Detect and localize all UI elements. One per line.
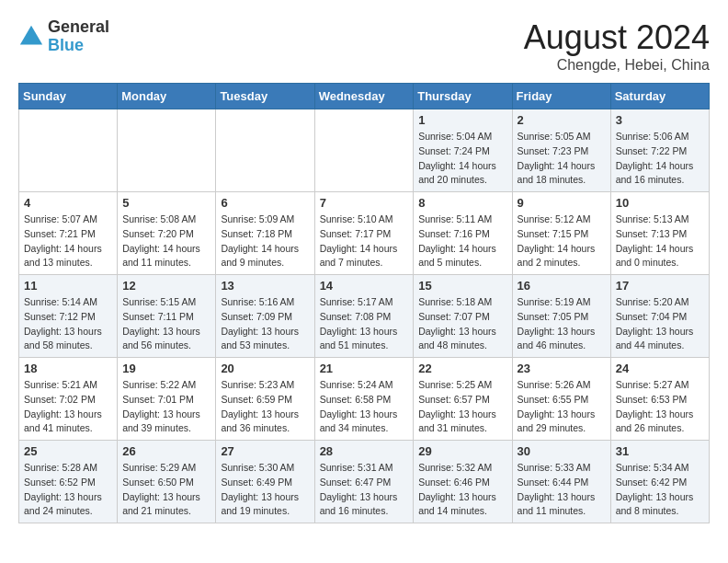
logo-icon [18, 24, 44, 50]
calendar-day-cell: 3Sunrise: 5:06 AMSunset: 7:22 PMDaylight… [610, 109, 709, 192]
calendar-day-cell [216, 109, 314, 192]
calendar-day-cell: 15Sunrise: 5:18 AMSunset: 7:07 PMDayligh… [414, 275, 512, 358]
calendar-day-cell: 10Sunrise: 5:13 AMSunset: 7:13 PMDayligh… [610, 192, 709, 275]
calendar-day-cell: 24Sunrise: 5:27 AMSunset: 6:53 PMDayligh… [610, 358, 709, 441]
day-number: 2 [518, 113, 606, 127]
day-info: Sunrise: 5:15 AMSunset: 7:11 PMDaylight:… [122, 295, 210, 353]
day-number: 24 [616, 362, 704, 375]
calendar-day-cell: 30Sunrise: 5:33 AMSunset: 6:44 PMDayligh… [512, 441, 610, 523]
logo-text: GeneralBlue [48, 18, 109, 55]
day-number: 12 [122, 279, 210, 293]
calendar-day-cell [118, 109, 216, 192]
calendar-day-cell [314, 109, 414, 192]
calendar-week-row: 4Sunrise: 5:07 AMSunset: 7:21 PMDaylight… [19, 192, 710, 275]
day-info: Sunrise: 5:10 AMSunset: 7:17 PMDaylight:… [320, 213, 409, 270]
calendar-day-cell: 27Sunrise: 5:30 AMSunset: 6:49 PMDayligh… [216, 441, 314, 523]
calendar-day-cell: 17Sunrise: 5:20 AMSunset: 7:04 PMDayligh… [610, 275, 709, 358]
calendar-day-cell: 9Sunrise: 5:12 AMSunset: 7:15 PMDaylight… [512, 192, 610, 275]
day-info: Sunrise: 5:04 AMSunset: 7:24 PMDaylight:… [418, 130, 506, 188]
day-info: Sunrise: 5:19 AMSunset: 7:05 PMDaylight:… [518, 295, 606, 353]
calendar-day-cell: 20Sunrise: 5:23 AMSunset: 6:59 PMDayligh… [216, 358, 314, 441]
day-info: Sunrise: 5:18 AMSunset: 7:07 PMDaylight:… [418, 295, 506, 353]
calendar-day-cell: 12Sunrise: 5:15 AMSunset: 7:11 PMDayligh… [118, 275, 216, 358]
day-number: 16 [518, 279, 606, 293]
day-number: 17 [616, 279, 704, 293]
calendar-day-cell: 18Sunrise: 5:21 AMSunset: 7:02 PMDayligh… [19, 358, 118, 441]
day-number: 14 [320, 279, 409, 293]
calendar-day-cell: 11Sunrise: 5:14 AMSunset: 7:12 PMDayligh… [19, 275, 118, 358]
day-info: Sunrise: 5:30 AMSunset: 6:49 PMDaylight:… [221, 461, 309, 519]
calendar-day-cell: 5Sunrise: 5:08 AMSunset: 7:20 PMDaylight… [118, 192, 216, 275]
day-info: Sunrise: 5:29 AMSunset: 6:50 PMDaylight:… [122, 461, 210, 519]
day-number: 23 [518, 362, 606, 375]
calendar-day-cell: 14Sunrise: 5:17 AMSunset: 7:08 PMDayligh… [314, 275, 414, 358]
day-info: Sunrise: 5:05 AMSunset: 7:23 PMDaylight:… [518, 130, 606, 188]
day-number: 5 [122, 196, 210, 210]
day-number: 15 [418, 279, 506, 293]
day-number: 13 [221, 279, 309, 293]
weekday-header-monday: Monday [118, 84, 216, 109]
day-number: 7 [320, 196, 409, 210]
calendar-day-cell: 26Sunrise: 5:29 AMSunset: 6:50 PMDayligh… [118, 441, 216, 523]
calendar-week-row: 25Sunrise: 5:28 AMSunset: 6:52 PMDayligh… [19, 441, 710, 523]
day-info: Sunrise: 5:32 AMSunset: 6:46 PMDaylight:… [418, 461, 506, 519]
calendar-day-cell: 25Sunrise: 5:28 AMSunset: 6:52 PMDayligh… [19, 441, 118, 523]
month-title: August 2024 [524, 18, 710, 57]
calendar-day-cell: 8Sunrise: 5:11 AMSunset: 7:16 PMDaylight… [414, 192, 512, 275]
weekday-header-tuesday: Tuesday [216, 84, 314, 109]
calendar-day-cell: 16Sunrise: 5:19 AMSunset: 7:05 PMDayligh… [512, 275, 610, 358]
day-info: Sunrise: 5:21 AMSunset: 7:02 PMDaylight:… [24, 378, 112, 436]
day-info: Sunrise: 5:22 AMSunset: 7:01 PMDaylight:… [122, 378, 210, 436]
calendar-week-row: 1Sunrise: 5:04 AMSunset: 7:24 PMDaylight… [19, 109, 710, 192]
day-info: Sunrise: 5:17 AMSunset: 7:08 PMDaylight:… [320, 295, 409, 353]
day-info: Sunrise: 5:34 AMSunset: 6:42 PMDaylight:… [616, 461, 704, 519]
logo-general-text: General [48, 17, 109, 36]
calendar-day-cell: 7Sunrise: 5:10 AMSunset: 7:17 PMDaylight… [314, 192, 414, 275]
day-number: 25 [24, 444, 112, 458]
day-number: 20 [221, 362, 309, 375]
weekday-header-saturday: Saturday [610, 84, 709, 109]
day-number: 22 [418, 362, 506, 375]
day-number: 4 [24, 196, 112, 210]
calendar-day-cell: 31Sunrise: 5:34 AMSunset: 6:42 PMDayligh… [610, 441, 709, 523]
day-number: 29 [418, 444, 506, 458]
day-info: Sunrise: 5:06 AMSunset: 7:22 PMDaylight:… [616, 130, 704, 188]
day-info: Sunrise: 5:20 AMSunset: 7:04 PMDaylight:… [616, 295, 704, 353]
logo: GeneralBlue [18, 18, 109, 55]
calendar-day-cell: 23Sunrise: 5:26 AMSunset: 6:55 PMDayligh… [512, 358, 610, 441]
calendar-day-cell: 22Sunrise: 5:25 AMSunset: 6:57 PMDayligh… [414, 358, 512, 441]
day-number: 26 [122, 444, 210, 458]
day-info: Sunrise: 5:27 AMSunset: 6:53 PMDaylight:… [616, 378, 704, 436]
day-info: Sunrise: 5:08 AMSunset: 7:20 PMDaylight:… [122, 213, 210, 270]
calendar-day-cell: 28Sunrise: 5:31 AMSunset: 6:47 PMDayligh… [314, 441, 414, 523]
day-info: Sunrise: 5:12 AMSunset: 7:15 PMDaylight:… [518, 213, 606, 270]
day-number: 18 [24, 362, 112, 375]
day-number: 1 [418, 113, 506, 127]
day-number: 9 [518, 196, 606, 210]
day-number: 10 [616, 196, 704, 210]
day-number: 31 [616, 444, 704, 458]
weekday-header-sunday: Sunday [19, 84, 118, 109]
calendar-day-cell: 1Sunrise: 5:04 AMSunset: 7:24 PMDaylight… [414, 109, 512, 192]
day-info: Sunrise: 5:23 AMSunset: 6:59 PMDaylight:… [221, 378, 309, 436]
calendar-day-cell [19, 109, 118, 192]
weekday-header-wednesday: Wednesday [314, 84, 414, 109]
day-number: 8 [418, 196, 506, 210]
logo-blue-text: Blue [48, 36, 84, 54]
svg-marker-0 [20, 26, 42, 45]
calendar-day-cell: 2Sunrise: 5:05 AMSunset: 7:23 PMDaylight… [512, 109, 610, 192]
title-area: August 2024 Chengde, Hebei, China [524, 18, 710, 74]
calendar-day-cell: 13Sunrise: 5:16 AMSunset: 7:09 PMDayligh… [216, 275, 314, 358]
day-number: 30 [518, 444, 606, 458]
day-info: Sunrise: 5:11 AMSunset: 7:16 PMDaylight:… [418, 213, 506, 270]
weekday-header-row: SundayMondayTuesdayWednesdayThursdayFrid… [19, 84, 710, 109]
calendar-day-cell: 19Sunrise: 5:22 AMSunset: 7:01 PMDayligh… [118, 358, 216, 441]
weekday-header-friday: Friday [512, 84, 610, 109]
day-info: Sunrise: 5:31 AMSunset: 6:47 PMDaylight:… [320, 461, 409, 519]
location-text: Chengde, Hebei, China [524, 57, 710, 74]
day-number: 27 [221, 444, 309, 458]
day-number: 28 [320, 444, 409, 458]
day-info: Sunrise: 5:24 AMSunset: 6:58 PMDaylight:… [320, 378, 409, 436]
day-number: 3 [616, 113, 704, 127]
calendar-day-cell: 4Sunrise: 5:07 AMSunset: 7:21 PMDaylight… [19, 192, 118, 275]
